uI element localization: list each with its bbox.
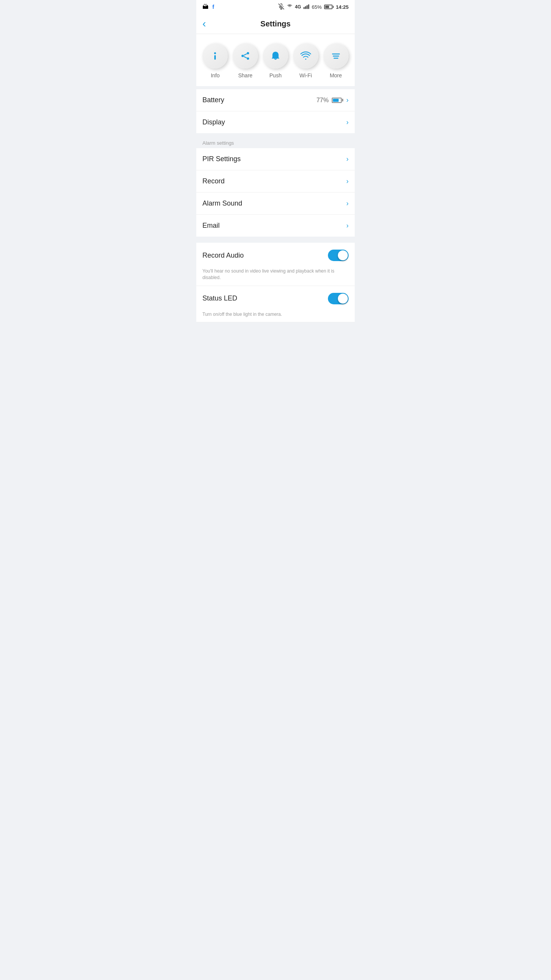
record-audio-row: Record Audio (196, 243, 355, 268)
more-icon (330, 50, 342, 62)
action-more[interactable]: More (323, 43, 349, 78)
pir-row[interactable]: PIR Settings › (196, 148, 355, 170)
alarm-section: Alarm settings PIR Settings › Record › A… (196, 136, 355, 237)
battery-row[interactable]: Battery 77% › (196, 89, 355, 111)
record-right: › (346, 177, 349, 185)
more-label: More (330, 72, 342, 78)
facebook-icon: f (212, 4, 214, 10)
email-right: › (346, 222, 349, 230)
general-settings-section: Battery 77% › Display › (196, 89, 355, 133)
wifi-circle (293, 43, 318, 69)
record-audio-label: Record Audio (202, 252, 244, 260)
battery-chevron: › (346, 96, 349, 104)
alarm-section-header: Alarm settings (196, 136, 355, 148)
status-bar-right: 4G 65% 14:25 (278, 3, 349, 11)
action-push[interactable]: Push (263, 43, 288, 78)
record-chevron: › (346, 177, 349, 185)
record-audio-hint: You'll hear no sound in video live viewi… (196, 268, 355, 286)
time-display: 14:25 (336, 4, 349, 10)
battery-row-icon (332, 98, 343, 103)
svg-point-9 (241, 55, 244, 57)
battery-percentage: 77% (316, 97, 329, 104)
display-chevron: › (346, 118, 349, 126)
share-circle (233, 43, 258, 69)
battery-right: 77% › (316, 96, 349, 104)
alarm-sound-row[interactable]: Alarm Sound › (196, 193, 355, 215)
svg-point-11 (247, 57, 249, 60)
push-circle (263, 43, 288, 69)
action-share[interactable]: Share (233, 43, 258, 78)
action-info[interactable]: Info (202, 43, 228, 78)
wifi-icon (300, 50, 311, 62)
info-circle (202, 43, 228, 69)
email-row[interactable]: Email › (196, 215, 355, 237)
pir-label: PIR Settings (202, 155, 241, 163)
info-label: Info (211, 72, 220, 78)
alarm-settings-rows: PIR Settings › Record › Alarm Sound › Em… (196, 148, 355, 237)
record-audio-toggle[interactable] (328, 250, 349, 261)
alarm-sound-chevron: › (346, 199, 349, 207)
display-row[interactable]: Display › (196, 111, 355, 133)
network-type: 4G (295, 4, 301, 10)
record-audio-slider (328, 250, 349, 261)
record-row[interactable]: Record › (196, 170, 355, 193)
status-led-slider (328, 293, 349, 304)
email-label: Email (202, 222, 220, 230)
pir-chevron: › (346, 155, 349, 163)
alarm-sound-right: › (346, 199, 349, 207)
push-icon (270, 50, 281, 62)
top-nav: ‹ Settings (196, 14, 355, 34)
action-wifi[interactable]: Wi-Fi (293, 43, 318, 78)
wifi-status-icon (287, 3, 293, 11)
svg-rect-6 (308, 4, 309, 9)
info-icon (209, 50, 221, 62)
svg-rect-5 (306, 5, 308, 9)
status-bar-left: 🏔 f (202, 3, 214, 10)
svg-rect-3 (303, 7, 305, 9)
svg-point-7 (214, 52, 216, 54)
svg-point-10 (247, 52, 249, 54)
page-title: Settings (261, 20, 291, 28)
status-bar: 🏔 f 4G (196, 0, 355, 14)
alarm-sound-label: Alarm Sound (202, 199, 242, 207)
svg-rect-8 (214, 55, 216, 60)
svg-line-13 (244, 57, 247, 58)
back-button[interactable]: ‹ (202, 18, 206, 29)
display-label: Display (202, 118, 225, 126)
mute-icon (278, 3, 284, 11)
quick-actions-bar: Info Share Push (196, 34, 355, 86)
battery-status-icon (324, 5, 334, 9)
battery-percent: 65% (312, 4, 322, 10)
email-chevron: › (346, 222, 349, 230)
status-led-toggle[interactable] (328, 293, 349, 304)
wifi-label: Wi-Fi (299, 72, 312, 78)
signal-icon (303, 4, 310, 10)
toggle-section: Record Audio You'll hear no sound in vid… (196, 243, 355, 322)
push-label: Push (269, 72, 282, 78)
photo-icon: 🏔 (202, 3, 209, 10)
status-led-label: Status LED (202, 294, 237, 302)
battery-label: Battery (202, 96, 224, 104)
display-right: › (346, 118, 349, 126)
svg-rect-4 (305, 6, 306, 9)
share-icon (240, 50, 251, 62)
toggle-section-wrapper: Record Audio You'll hear no sound in vid… (196, 240, 355, 322)
status-led-row: Status LED (196, 286, 355, 311)
record-label: Record (202, 177, 225, 185)
more-circle (323, 43, 349, 69)
share-label: Share (238, 72, 253, 78)
pir-right: › (346, 155, 349, 163)
status-led-hint: Turn on/off the blue light in the camera… (196, 311, 355, 323)
svg-line-12 (244, 54, 247, 56)
